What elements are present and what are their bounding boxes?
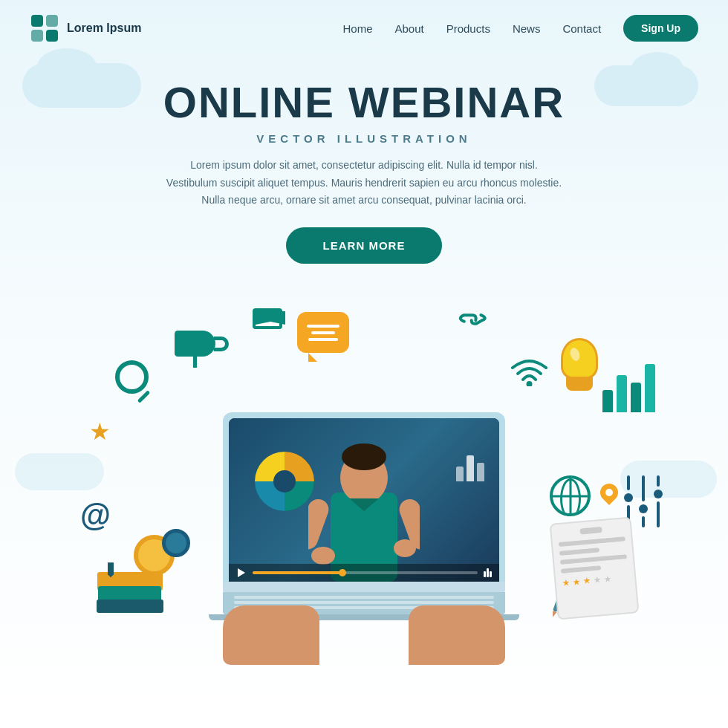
hero-subtitle: VECTOR ILLUSTRATION: [59, 132, 669, 145]
svg-point-6: [273, 470, 296, 493]
nav-link-news[interactable]: News: [513, 22, 541, 35]
hero-title: ONLINE WEBINAR: [59, 79, 669, 126]
webinar-person: [308, 426, 420, 582]
globe-icon: [550, 475, 591, 516]
nav-link-about[interactable]: About: [394, 22, 423, 35]
svg-point-9: [342, 443, 386, 470]
magnifier-icon: [115, 360, 149, 394]
logo-icon: [30, 13, 59, 43]
svg-rect-2: [31, 30, 43, 42]
screen-bars: [456, 455, 484, 481]
navbar: Lorem Ipsum Home About Products News Con…: [0, 0, 728, 56]
at-icon: @: [80, 500, 111, 531]
hero-description: Lorem ipsum dolor sit amet, consectetur …: [141, 157, 587, 209]
lightbulb-icon: [561, 338, 598, 391]
svg-rect-3: [46, 30, 58, 42]
progress-bar[interactable]: [253, 571, 478, 574]
user-hands: [223, 591, 505, 665]
chain-link-icon: [449, 295, 499, 345]
svg-rect-0: [31, 15, 43, 27]
location-pin-icon: [600, 484, 618, 501]
svg-rect-10: [308, 496, 331, 552]
left-hand: [223, 605, 319, 665]
svg-point-13: [394, 539, 416, 557]
laptop: [223, 412, 505, 620]
learn-more-button[interactable]: LEARN MORE: [286, 227, 443, 264]
chat-bubble-icon: [297, 312, 349, 353]
brand-name: Lorem Ipsum: [67, 22, 141, 35]
svg-point-4: [527, 381, 533, 386]
play-button[interactable]: [236, 568, 247, 578]
hero-section: ONLINE WEBINAR VECTOR ILLUSTRATION Lorem…: [0, 56, 728, 264]
laptop-screen: [229, 418, 499, 582]
volume-icon: [484, 568, 492, 577]
bar-chart-icon: [602, 360, 655, 412]
clipboard-icon: ★ ★ ★ ★ ★: [550, 517, 640, 620]
svg-rect-1: [46, 15, 58, 27]
email-icon: [253, 308, 282, 329]
illustration-area: ★ @: [0, 271, 728, 665]
star-icon: ★: [89, 420, 111, 443]
nav-link-products[interactable]: Products: [446, 22, 490, 35]
svg-point-12: [311, 547, 335, 565]
video-controls[interactable]: [229, 564, 499, 582]
nav-link-contact[interactable]: Contact: [562, 22, 601, 35]
nav-links: Home About Products News Contact Sign Up: [342, 15, 698, 42]
signup-button[interactable]: Sign Up: [623, 15, 698, 42]
nav-link-home[interactable]: Home: [342, 22, 372, 35]
megaphone-icon: [175, 331, 215, 357]
laptop-screen-outer: [223, 412, 505, 582]
books-stack: [97, 561, 163, 613]
logo[interactable]: Lorem Ipsum: [30, 13, 141, 43]
right-hand: [409, 605, 505, 665]
wifi-icon: [509, 353, 550, 389]
